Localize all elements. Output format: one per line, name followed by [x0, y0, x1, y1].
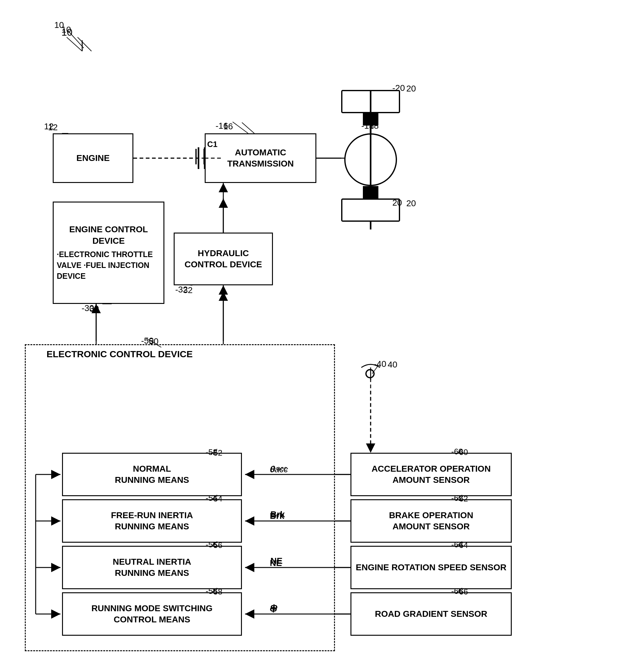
ref-20-top: 20: [406, 84, 416, 94]
freerun-box: FREE-RUN INERTIA RUNNING MEANS: [62, 499, 242, 543]
acc-sensor-box: ACCELERATOR OPERATION AMOUNT SENSOR: [350, 453, 512, 496]
at-box: AUTOMATIC TRANSMISSION: [205, 133, 316, 183]
brk-label: Brk: [270, 511, 284, 521]
svg-marker-8: [219, 292, 228, 301]
svg-marker-10: [219, 198, 228, 208]
engine-box: ENGINE: [53, 133, 133, 183]
normal-running-box: NORMAL RUNNING MEANS: [62, 453, 242, 496]
differential: [344, 133, 397, 186]
ecd-box: ENGINE CONTROL DEVICE ·ELECTRONIC THROTT…: [53, 202, 164, 304]
switching-box: RUNNING MODE SWITCHING CONTROL MEANS: [62, 592, 242, 636]
c1-label: C1: [207, 140, 217, 149]
wheel-bottom: [341, 198, 400, 222]
acc-pedal-symbol: [365, 369, 375, 378]
eng-rot-sensor-box: ENGINE ROTATION SPEED SENSOR: [350, 546, 512, 589]
phi-label: Φ: [270, 605, 277, 615]
ref-40: 40: [388, 360, 397, 370]
ne-label: NE: [270, 558, 282, 568]
wheel-top: [341, 90, 400, 113]
neutral-box: NEUTRAL INERTIA RUNNING MEANS: [62, 546, 242, 589]
hcd-box: HYDRAULIC CONTROL DEVICE: [174, 233, 273, 285]
theta-acc-label: θacc: [270, 465, 288, 475]
road-grad-sensor-box: ROAD GRADIENT SENSOR: [350, 592, 512, 636]
brk-sensor-box: BRAKE OPERATION AMOUNT SENSOR: [350, 499, 512, 543]
ref-20-bot: 20: [406, 198, 416, 208]
svg-line-30: [78, 37, 91, 51]
axle-hub-bottom: [363, 186, 378, 198]
ecu-title: ELECTRONIC CONTROL DEVICE: [47, 349, 193, 359]
